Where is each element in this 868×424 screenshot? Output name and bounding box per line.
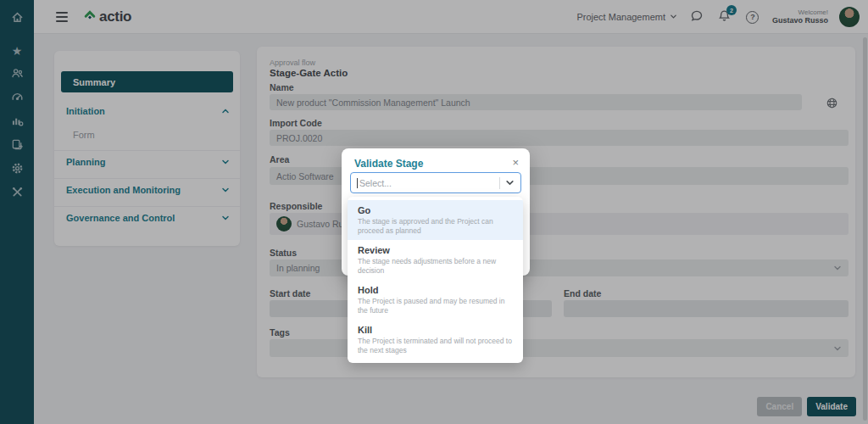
option-label: Review: [358, 244, 513, 256]
option-review[interactable]: Review The stage needs adjustments befor…: [348, 240, 523, 280]
select-placeholder: Select...: [359, 178, 392, 188]
option-description: The Project is paused and may be resumed…: [358, 297, 513, 315]
decision-options-dropdown: Go The stage is approved and the Project…: [348, 197, 523, 363]
option-label: Hold: [358, 284, 513, 296]
text-cursor: [357, 178, 358, 188]
option-description: The stage needs adjustments before a new…: [358, 257, 513, 275]
option-label: Go: [358, 204, 513, 216]
chevron-down-icon: [505, 178, 515, 187]
option-hold[interactable]: Hold The Project is paused and may be re…: [348, 280, 523, 320]
option-label: Kill: [358, 324, 513, 336]
option-description: The Project is terminated and will not p…: [358, 337, 513, 354]
select-divider: [499, 177, 500, 189]
modal-title: Validate Stage: [354, 158, 423, 170]
option-go[interactable]: Go The stage is approved and the Project…: [348, 200, 523, 240]
option-kill[interactable]: Kill The Project is terminated and will …: [348, 320, 523, 360]
app-root: ★: [0, 0, 868, 424]
close-icon[interactable]: ×: [509, 154, 521, 170]
stage-decision-select[interactable]: Select...: [350, 172, 521, 193]
option-description: The stage is approved and the Project ca…: [358, 217, 513, 235]
